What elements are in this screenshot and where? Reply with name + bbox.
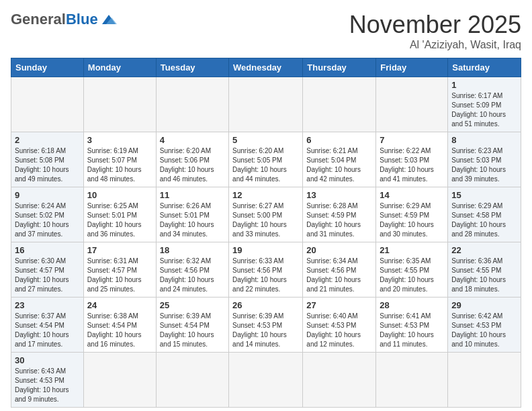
weekday-header-wednesday: Wednesday (229, 58, 303, 77)
calendar-cell: 6Sunrise: 6:21 AMSunset: 5:04 PMDaylight… (303, 132, 376, 187)
calendar-cell (83, 353, 156, 408)
calendar-table: SundayMondayTuesdayWednesdayThursdayFrid… (11, 58, 521, 408)
logo: General Blue (11, 11, 118, 28)
day-info: Sunrise: 6:32 AMSunset: 4:56 PMDaylight:… (160, 257, 225, 294)
day-info: Sunrise: 6:37 AMSunset: 4:54 PMDaylight:… (15, 312, 80, 349)
day-info: Sunrise: 6:19 AMSunset: 5:07 PMDaylight:… (87, 146, 152, 184)
day-number: 21 (380, 245, 444, 255)
calendar-cell: 19Sunrise: 6:33 AMSunset: 4:56 PMDayligh… (229, 242, 303, 298)
day-number: 30 (15, 355, 80, 365)
weekday-header-sunday: Sunday (11, 58, 84, 77)
weekday-header-thursday: Thursday (303, 58, 376, 77)
calendar-cell: 14Sunrise: 6:29 AMSunset: 4:59 PMDayligh… (376, 187, 448, 242)
calendar-cell (11, 77, 84, 132)
day-number: 29 (451, 300, 517, 310)
logo-blue: Blue (66, 11, 98, 28)
day-number: 17 (87, 245, 152, 255)
calendar-cell: 4Sunrise: 6:20 AMSunset: 5:06 PMDaylight… (156, 132, 228, 187)
calendar-cell: 10Sunrise: 6:25 AMSunset: 5:01 PMDayligh… (83, 187, 156, 242)
calendar-cell: 25Sunrise: 6:39 AMSunset: 4:54 PMDayligh… (156, 298, 228, 353)
day-info: Sunrise: 6:25 AMSunset: 5:01 PMDaylight:… (87, 201, 152, 239)
calendar-cell: 9Sunrise: 6:24 AMSunset: 5:02 PMDaylight… (11, 187, 84, 242)
calendar-cell (156, 77, 228, 132)
day-number: 24 (87, 300, 152, 310)
day-info: Sunrise: 6:18 AMSunset: 5:08 PMDaylight:… (15, 146, 80, 184)
day-info: Sunrise: 6:39 AMSunset: 4:53 PMDaylight:… (232, 312, 299, 349)
calendar-cell: 20Sunrise: 6:34 AMSunset: 4:56 PMDayligh… (303, 242, 376, 298)
day-info: Sunrise: 6:34 AMSunset: 4:56 PMDaylight:… (306, 257, 372, 294)
logo-general: General (11, 11, 66, 28)
calendar-cell (303, 77, 376, 132)
calendar-week-2: 2Sunrise: 6:18 AMSunset: 5:08 PMDaylight… (11, 132, 521, 187)
day-number: 3 (87, 135, 152, 145)
calendar-cell (229, 353, 303, 408)
weekday-header-friday: Friday (376, 58, 448, 77)
calendar-cell: 28Sunrise: 6:41 AMSunset: 4:53 PMDayligh… (376, 298, 448, 353)
calendar-cell: 24Sunrise: 6:38 AMSunset: 4:54 PMDayligh… (83, 298, 156, 353)
day-info: Sunrise: 6:23 AMSunset: 5:03 PMDaylight:… (451, 146, 517, 184)
calendar-cell: 22Sunrise: 6:36 AMSunset: 4:55 PMDayligh… (448, 242, 521, 298)
calendar-cell (376, 77, 448, 132)
day-number: 28 (380, 300, 444, 310)
weekday-header-tuesday: Tuesday (156, 58, 228, 77)
day-info: Sunrise: 6:39 AMSunset: 4:54 PMDaylight:… (160, 312, 225, 349)
day-number: 22 (451, 245, 517, 255)
day-info: Sunrise: 6:27 AMSunset: 5:00 PMDaylight:… (232, 201, 299, 239)
calendar-cell: 1Sunrise: 6:17 AMSunset: 5:09 PMDaylight… (448, 77, 521, 132)
location-title: Al 'Aziziyah, Wasit, Iraq (349, 39, 521, 51)
day-number: 27 (306, 300, 372, 310)
day-info: Sunrise: 6:28 AMSunset: 4:59 PMDaylight:… (306, 201, 372, 239)
calendar-cell (229, 77, 303, 132)
day-info: Sunrise: 6:40 AMSunset: 4:53 PMDaylight:… (306, 312, 372, 349)
day-number: 12 (232, 190, 299, 200)
day-number: 5 (232, 135, 299, 145)
day-info: Sunrise: 6:30 AMSunset: 4:57 PMDaylight:… (15, 257, 80, 294)
calendar-cell (156, 353, 228, 408)
day-info: Sunrise: 6:17 AMSunset: 5:09 PMDaylight:… (451, 91, 517, 129)
day-number: 19 (232, 245, 299, 255)
calendar-cell: 27Sunrise: 6:40 AMSunset: 4:53 PMDayligh… (303, 298, 376, 353)
day-info: Sunrise: 6:26 AMSunset: 5:01 PMDaylight:… (160, 201, 225, 239)
day-info: Sunrise: 6:35 AMSunset: 4:55 PMDaylight:… (380, 257, 444, 294)
day-info: Sunrise: 6:29 AMSunset: 4:58 PMDaylight:… (451, 201, 517, 239)
page-header: General Blue November 2025 Al 'Aziziyah,… (11, 11, 521, 51)
day-number: 8 (451, 135, 517, 145)
calendar-week-4: 16Sunrise: 6:30 AMSunset: 4:57 PMDayligh… (11, 242, 521, 298)
day-info: Sunrise: 6:41 AMSunset: 4:53 PMDaylight:… (380, 312, 444, 349)
calendar-cell: 17Sunrise: 6:31 AMSunset: 4:57 PMDayligh… (83, 242, 156, 298)
calendar-cell: 16Sunrise: 6:30 AMSunset: 4:57 PMDayligh… (11, 242, 84, 298)
calendar-cell: 12Sunrise: 6:27 AMSunset: 5:00 PMDayligh… (229, 187, 303, 242)
weekday-header-row: SundayMondayTuesdayWednesdayThursdayFrid… (11, 58, 521, 77)
day-number: 14 (380, 190, 444, 200)
day-info: Sunrise: 6:20 AMSunset: 5:06 PMDaylight:… (160, 146, 225, 184)
day-number: 2 (15, 135, 80, 145)
day-info: Sunrise: 6:31 AMSunset: 4:57 PMDaylight:… (87, 257, 152, 294)
title-block: November 2025 Al 'Aziziyah, Wasit, Iraq (349, 11, 521, 51)
day-number: 13 (306, 190, 372, 200)
day-number: 20 (306, 245, 372, 255)
calendar-cell: 18Sunrise: 6:32 AMSunset: 4:56 PMDayligh… (156, 242, 228, 298)
weekday-header-monday: Monday (83, 58, 156, 77)
day-number: 23 (15, 300, 80, 310)
calendar-cell: 2Sunrise: 6:18 AMSunset: 5:08 PMDaylight… (11, 132, 84, 187)
day-info: Sunrise: 6:20 AMSunset: 5:05 PMDaylight:… (232, 146, 299, 184)
day-info: Sunrise: 6:43 AMSunset: 4:53 PMDaylight:… (15, 367, 80, 404)
day-number: 15 (451, 190, 517, 200)
calendar-cell: 3Sunrise: 6:19 AMSunset: 5:07 PMDaylight… (83, 132, 156, 187)
day-number: 18 (160, 245, 225, 255)
day-info: Sunrise: 6:21 AMSunset: 5:04 PMDaylight:… (306, 146, 372, 184)
calendar-week-3: 9Sunrise: 6:24 AMSunset: 5:02 PMDaylight… (11, 187, 521, 242)
logo-icon (99, 12, 118, 27)
calendar-cell: 7Sunrise: 6:22 AMSunset: 5:03 PMDaylight… (376, 132, 448, 187)
calendar-cell: 21Sunrise: 6:35 AMSunset: 4:55 PMDayligh… (376, 242, 448, 298)
day-number: 1 (451, 80, 517, 90)
calendar-cell: 15Sunrise: 6:29 AMSunset: 4:58 PMDayligh… (448, 187, 521, 242)
calendar-cell (448, 353, 521, 408)
calendar-week-5: 23Sunrise: 6:37 AMSunset: 4:54 PMDayligh… (11, 298, 521, 353)
calendar-cell: 5Sunrise: 6:20 AMSunset: 5:05 PMDaylight… (229, 132, 303, 187)
month-title: November 2025 (349, 11, 521, 39)
calendar-cell: 26Sunrise: 6:39 AMSunset: 4:53 PMDayligh… (229, 298, 303, 353)
calendar-cell: 23Sunrise: 6:37 AMSunset: 4:54 PMDayligh… (11, 298, 84, 353)
day-info: Sunrise: 6:36 AMSunset: 4:55 PMDaylight:… (451, 257, 517, 294)
day-number: 16 (15, 245, 80, 255)
